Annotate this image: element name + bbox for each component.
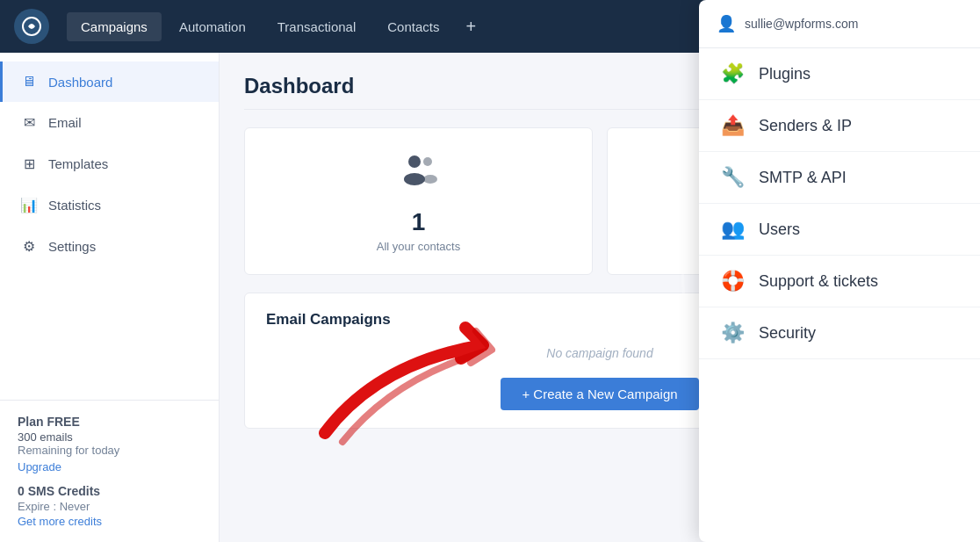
dropdown-users[interactable]: 👥 Users (699, 204, 980, 256)
user-avatar-icon: 👤 (717, 14, 736, 33)
support-label: Support & tickets (759, 272, 878, 291)
sidebar: 🖥 Dashboard ✉ Email ⊞ Templates 📊 Statis… (0, 53, 220, 542)
logo[interactable] (14, 9, 49, 44)
dropdown-senders-ip[interactable]: 📤 Senders & IP (699, 100, 980, 152)
sidebar-item-dashboard[interactable]: 🖥 Dashboard (0, 61, 219, 102)
security-icon: ⚙️ (720, 322, 745, 344)
users-icon: 👥 (720, 218, 745, 241)
sidebar-label-email: Email (48, 115, 82, 130)
contacts-card-icon (398, 149, 440, 199)
statistics-icon: 📊 (20, 197, 38, 213)
svg-point-2 (404, 173, 425, 185)
email-icon: ✉ (20, 114, 38, 131)
security-label: Security (759, 324, 816, 343)
create-campaign-button[interactable]: + Create a New Campaign (501, 378, 698, 410)
wrench-icon: 🔧 (720, 166, 745, 189)
senders-label: Senders & IP (759, 117, 852, 135)
plugins-label: Plugins (759, 65, 811, 83)
upgrade-link[interactable]: Upgrade (18, 460, 61, 473)
smtp-label: SMTP & API (759, 169, 847, 187)
sidebar-label-settings: Settings (48, 239, 96, 254)
sidebar-plan-info: Plan FREE 300 emails Remaining for today… (0, 400, 219, 542)
svg-point-4 (423, 175, 437, 184)
plan-emails: 300 emails (18, 430, 201, 444)
sidebar-item-settings[interactable]: ⚙ Settings (0, 226, 219, 267)
user-email: sullie@wpforms.com (745, 17, 858, 31)
dropdown-user-header: 👤 sullie@wpforms.com (699, 0, 980, 48)
nav-automation[interactable]: Automation (165, 12, 260, 41)
dropdown-smtp-api[interactable]: 🔧 SMTP & API (699, 152, 980, 204)
dropdown-plugins[interactable]: 🧩 Plugins (699, 48, 980, 100)
dashboard-icon: 🖥 (20, 74, 38, 90)
sms-credits: 0 SMS Credits (18, 484, 201, 498)
svg-point-3 (423, 157, 432, 166)
send-icon: 📤 (720, 114, 745, 137)
nav-contacts[interactable]: Contacts (373, 12, 453, 41)
plugins-icon: 🧩 (720, 62, 745, 85)
dropdown-support[interactable]: 🛟 Support & tickets (699, 256, 980, 307)
contacts-label: All your contacts (377, 240, 460, 253)
get-credits-link[interactable]: Get more credits (18, 515, 102, 528)
settings-icon: ⚙ (20, 238, 38, 255)
plan-remaining: Remaining for today (18, 444, 201, 457)
plan-name: Plan FREE (18, 415, 201, 429)
logo-icon (21, 16, 42, 37)
sidebar-item-statistics[interactable]: 📊 Statistics (0, 184, 219, 226)
contacts-count: 1 (412, 208, 426, 236)
dropdown-security[interactable]: ⚙️ Security (699, 307, 980, 359)
svg-point-1 (408, 155, 421, 168)
contacts-stat-card: 1 All your contacts (244, 127, 593, 275)
sidebar-label-dashboard: Dashboard (48, 75, 112, 90)
templates-icon: ⊞ (20, 155, 38, 172)
sidebar-item-templates[interactable]: ⊞ Templates (0, 143, 219, 184)
user-dropdown: 👤 sullie@wpforms.com 🧩 Plugins 📤 Senders… (699, 0, 980, 542)
nav-campaigns[interactable]: Campaigns (67, 12, 162, 41)
sidebar-item-email[interactable]: ✉ Email (0, 102, 219, 143)
support-icon: 🛟 (720, 270, 745, 293)
users-label: Users (759, 220, 800, 239)
nav-plus-button[interactable]: + (457, 13, 485, 40)
sms-expire: Expire : Never (18, 500, 201, 513)
nav-transactional[interactable]: Transactional (263, 12, 371, 41)
sms-info: 0 SMS Credits Expire : Never Get more cr… (18, 484, 201, 528)
sidebar-label-statistics: Statistics (48, 198, 101, 213)
sidebar-label-templates: Templates (48, 156, 108, 171)
